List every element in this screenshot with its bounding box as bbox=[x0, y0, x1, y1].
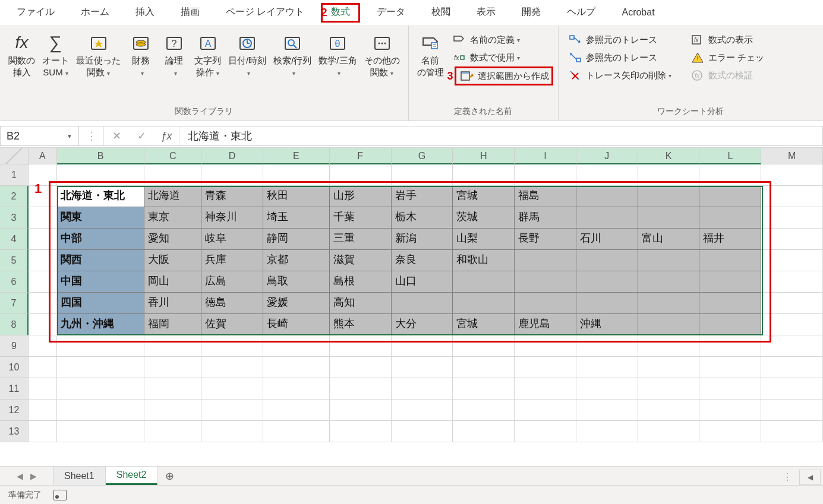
cell[interactable] bbox=[761, 314, 823, 335]
cell[interactable] bbox=[638, 378, 700, 400]
cell[interactable]: 福井 bbox=[699, 229, 761, 250]
tab-formulas[interactable]: 数式 bbox=[321, 3, 360, 23]
cell[interactable]: 北海道 bbox=[144, 186, 201, 207]
cell[interactable] bbox=[638, 357, 700, 378]
use-in-formula-button[interactable]: fx 数式で使用▾ bbox=[447, 49, 553, 66]
cell[interactable] bbox=[29, 164, 57, 186]
cell[interactable]: 京都 bbox=[263, 250, 330, 271]
col-header-c[interactable]: C bbox=[144, 148, 201, 164]
cell[interactable] bbox=[515, 164, 576, 186]
cell[interactable]: 愛媛 bbox=[263, 293, 330, 314]
cell[interactable] bbox=[761, 421, 823, 442]
datetime-button[interactable]: 日付/時刻▾ bbox=[225, 30, 270, 80]
cell[interactable] bbox=[392, 421, 453, 442]
cell[interactable]: 三重 bbox=[330, 229, 392, 250]
row-header[interactable]: 8 bbox=[0, 314, 29, 335]
cell[interactable] bbox=[29, 293, 57, 314]
cell[interactable] bbox=[330, 421, 392, 442]
chevron-down-icon[interactable]: ▼ bbox=[67, 133, 72, 140]
cell[interactable]: 島根 bbox=[330, 271, 392, 293]
cell[interactable] bbox=[392, 293, 453, 314]
cell[interactable] bbox=[392, 400, 453, 421]
cell[interactable] bbox=[29, 207, 57, 229]
cell[interactable] bbox=[699, 335, 761, 357]
sheet-tab-2[interactable]: Sheet2 bbox=[106, 467, 158, 485]
cell[interactable]: 山梨 bbox=[453, 229, 515, 250]
macro-record-icon[interactable] bbox=[53, 490, 67, 500]
cell[interactable] bbox=[263, 164, 330, 186]
cell[interactable] bbox=[201, 378, 263, 400]
cell[interactable] bbox=[699, 164, 761, 186]
name-box[interactable]: B2▼ bbox=[1, 126, 79, 145]
cell[interactable]: 栃木 bbox=[392, 207, 453, 229]
cell[interactable]: 滋賀 bbox=[330, 250, 392, 271]
cell[interactable]: 宮城 bbox=[453, 314, 515, 335]
cell[interactable] bbox=[201, 164, 263, 186]
cell[interactable] bbox=[144, 335, 201, 357]
cell[interactable] bbox=[638, 164, 700, 186]
tab-review[interactable]: 校閲 bbox=[422, 4, 460, 22]
cell[interactable]: 東京 bbox=[144, 207, 201, 229]
cell[interactable] bbox=[576, 271, 638, 293]
cell[interactable]: 岡山 bbox=[144, 271, 201, 293]
cell[interactable] bbox=[57, 164, 145, 186]
row-header[interactable]: 6 bbox=[0, 271, 29, 293]
cell[interactable] bbox=[201, 335, 263, 357]
trace-precedents-button[interactable]: 参照元のトレース bbox=[563, 31, 675, 49]
row-header[interactable]: 11 bbox=[0, 378, 29, 400]
cell[interactable]: 四国 bbox=[57, 293, 145, 314]
col-header-e[interactable]: E bbox=[263, 148, 330, 164]
cell[interactable] bbox=[29, 271, 57, 293]
cell[interactable] bbox=[515, 400, 576, 421]
cell[interactable]: 長崎 bbox=[263, 314, 330, 335]
cell[interactable] bbox=[576, 335, 638, 357]
text-button[interactable]: A 文字列 操作▾ bbox=[191, 30, 225, 80]
row-header[interactable]: 5 bbox=[0, 250, 29, 271]
cell[interactable] bbox=[576, 293, 638, 314]
cell[interactable] bbox=[699, 271, 761, 293]
cell[interactable]: 鳥取 bbox=[263, 271, 330, 293]
cell[interactable] bbox=[699, 186, 761, 207]
cell[interactable]: 鹿児島 bbox=[515, 314, 576, 335]
tab-home[interactable]: ホーム bbox=[71, 4, 119, 22]
cell[interactable]: 神奈川 bbox=[201, 207, 263, 229]
col-header-m[interactable]: M bbox=[761, 148, 823, 164]
cell[interactable]: 青森 bbox=[201, 186, 263, 207]
cell[interactable]: 埼玉 bbox=[263, 207, 330, 229]
cell[interactable]: 大阪 bbox=[144, 250, 201, 271]
row-header[interactable]: 9 bbox=[0, 335, 29, 357]
cell[interactable] bbox=[201, 421, 263, 442]
cell[interactable] bbox=[144, 378, 201, 400]
recently-used-button[interactable]: 最近使った 関数▾ bbox=[72, 30, 124, 80]
cell[interactable]: 奈良 bbox=[392, 250, 453, 271]
define-name-button[interactable]: 名前の定義▾ bbox=[447, 31, 553, 49]
cell[interactable] bbox=[699, 293, 761, 314]
col-header-h[interactable]: H bbox=[453, 148, 515, 164]
trace-dependents-button[interactable]: 参照先のトレース bbox=[563, 49, 675, 66]
col-header-b[interactable]: B bbox=[57, 148, 145, 164]
cell[interactable] bbox=[330, 400, 392, 421]
row-header[interactable]: 7 bbox=[0, 293, 29, 314]
lookup-button[interactable]: 検索/行列▾ bbox=[270, 30, 315, 80]
logical-button[interactable]: ? 論理▾ bbox=[157, 30, 191, 80]
tab-draw[interactable]: 描画 bbox=[171, 4, 209, 22]
cancel-formula-button[interactable]: ✕ bbox=[104, 129, 129, 142]
cell[interactable] bbox=[453, 335, 515, 357]
col-header-d[interactable]: D bbox=[201, 148, 263, 164]
cell[interactable]: 九州・沖縄 bbox=[57, 314, 145, 335]
cell[interactable] bbox=[144, 357, 201, 378]
create-from-selection-button[interactable]: 選択範囲から作成 bbox=[455, 66, 553, 85]
cell[interactable] bbox=[761, 229, 823, 250]
cell[interactable] bbox=[761, 207, 823, 229]
cell[interactable]: 北海道・東北 bbox=[57, 186, 145, 207]
add-sheet-button[interactable]: ⊕ bbox=[157, 470, 181, 483]
formula-bar-handle[interactable]: ⋮ bbox=[79, 126, 104, 145]
autosum-button[interactable]: ∑ オート SUM▾ bbox=[39, 30, 72, 80]
cell[interactable]: 山口 bbox=[392, 271, 453, 293]
cell[interactable]: 茨城 bbox=[453, 207, 515, 229]
cell[interactable] bbox=[29, 250, 57, 271]
sheets-bar-handle[interactable]: ⋮ bbox=[783, 471, 793, 483]
remove-arrows-button[interactable]: トレース矢印の削除▾ bbox=[563, 66, 675, 84]
cell[interactable] bbox=[515, 378, 576, 400]
tab-developer[interactable]: 開発 bbox=[512, 4, 550, 22]
